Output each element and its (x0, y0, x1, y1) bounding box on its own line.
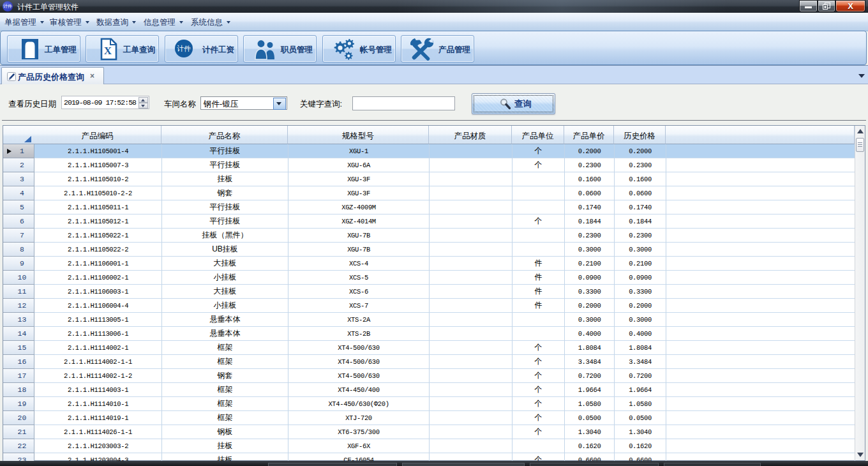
svg-text:X: X (104, 45, 112, 57)
